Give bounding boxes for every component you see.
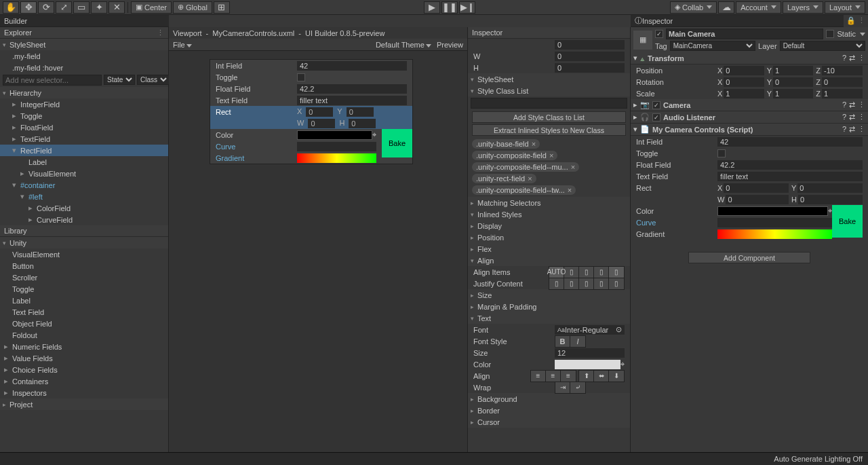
- preset-icon[interactable]: ⇄: [849, 54, 855, 62]
- tree-item[interactable]: ▸FloatField: [0, 122, 168, 133]
- class-chip[interactable]: .unity-rect-field×: [472, 174, 536, 183]
- bold-button[interactable]: B: [555, 336, 570, 347]
- scale-y[interactable]: 1: [773, 89, 813, 98]
- rot-z[interactable]: 0: [822, 77, 863, 87]
- layers-dropdown[interactable]: Layers: [783, 1, 823, 14]
- justify-end-icon[interactable]: ▯: [579, 278, 594, 289]
- inlined-section[interactable]: ▾Inlined Styles: [468, 208, 630, 220]
- styleclasslist-header[interactable]: ▾Style Class List: [468, 85, 630, 96]
- tree-item[interactable]: ▾#container: [0, 179, 168, 191]
- unity-section[interactable]: ▾Unity: [0, 237, 168, 248]
- align-section[interactable]: ▾Align: [468, 255, 630, 266]
- snap-icon[interactable]: ⊞: [214, 1, 230, 14]
- lib-group[interactable]: ▸Numeric Fields: [0, 341, 168, 352]
- italic-button[interactable]: I: [570, 336, 585, 347]
- lib-item[interactable]: Label: [0, 295, 168, 306]
- text-field-value[interactable]: filler text: [297, 96, 407, 105]
- add-component-button[interactable]: Add Component: [688, 252, 810, 263]
- align-end-icon[interactable]: ▯: [594, 267, 609, 278]
- step-button[interactable]: ▶❙: [459, 1, 475, 14]
- rect-w[interactable]: 0: [308, 119, 335, 128]
- layout-dropdown[interactable]: Layout: [825, 1, 865, 14]
- rot-x[interactable]: 0: [724, 77, 764, 87]
- state-dropdown[interactable]: State: [104, 75, 135, 85]
- audio-component[interactable]: ▸🎧✓Audio Listener?⇄⋮: [631, 111, 868, 124]
- play-button[interactable]: ▶: [424, 1, 440, 14]
- rect-y[interactable]: 0: [347, 107, 374, 117]
- rect-h[interactable]: 0: [798, 195, 863, 204]
- color-swatch[interactable]: [297, 130, 372, 140]
- layer-dropdown[interactable]: Default: [780, 41, 865, 51]
- bake-button[interactable]: Bake: [382, 129, 412, 157]
- lib-group[interactable]: ▸Choice Fields: [0, 364, 168, 375]
- rect-w[interactable]: 0: [726, 195, 789, 204]
- script-curve-swatch[interactable]: [717, 218, 832, 227]
- rect-x[interactable]: 0: [306, 107, 333, 117]
- tree-item-selected[interactable]: ▾RectField: [0, 145, 168, 156]
- object-picker-icon[interactable]: ⊙: [616, 325, 622, 334]
- menu-icon[interactable]: ⋮: [858, 54, 865, 62]
- background-section[interactable]: ▸Background: [468, 393, 630, 405]
- tree-item[interactable]: Label: [0, 156, 168, 168]
- lib-item[interactable]: Scroller: [0, 272, 168, 283]
- stylesheet-section[interactable]: ▾StyleSheet: [0, 39, 168, 50]
- rot-y[interactable]: 0: [773, 77, 813, 87]
- align-right-icon[interactable]: ≡: [561, 371, 576, 382]
- builder-tab[interactable]: Builder: [0, 15, 169, 27]
- script-gradient-swatch[interactable]: [717, 229, 832, 239]
- rotate-tool-icon[interactable]: ⟳: [38, 1, 54, 14]
- account-dropdown[interactable]: Account: [736, 1, 781, 14]
- eyedropper-icon[interactable]: ⌖: [372, 130, 376, 139]
- script-toggle[interactable]: [717, 149, 726, 157]
- file-menu[interactable]: File: [173, 41, 192, 49]
- tree-item[interactable]: ▸TextField: [0, 133, 168, 145]
- pos-z[interactable]: -10: [822, 66, 863, 75]
- tree-item[interactable]: ▸ColorField: [0, 202, 168, 214]
- scale-tool-icon[interactable]: ⤢: [56, 1, 72, 14]
- help-icon[interactable]: ?: [842, 54, 846, 62]
- align-auto[interactable]: AUTO: [549, 267, 564, 278]
- lighting-status[interactable]: Auto Generate Lighting Off: [774, 455, 863, 463]
- scale-z[interactable]: 1: [822, 89, 863, 98]
- explorer-menu-icon[interactable]: ⋮: [157, 29, 164, 37]
- static-checkbox[interactable]: [826, 30, 834, 38]
- margin-section[interactable]: ▸Margin & Padding: [468, 301, 630, 312]
- camera-enabled-checkbox[interactable]: ✓: [652, 101, 660, 109]
- script-component[interactable]: ▾📄My Camera Controls (Script)?⇄⋮: [631, 124, 868, 136]
- selector-item[interactable]: .my-field :hover: [0, 62, 168, 73]
- lib-item[interactable]: Foldout: [0, 329, 168, 341]
- display-section[interactable]: ▸Display: [468, 220, 630, 231]
- nowrap-icon[interactable]: ⇥: [555, 382, 570, 393]
- camera-component[interactable]: ▸📷✓Camera?⇄⋮: [631, 99, 868, 111]
- class-input[interactable]: [471, 98, 627, 109]
- stylesheet-header[interactable]: ▾StyleSheet: [468, 73, 630, 85]
- scale-x[interactable]: 1: [724, 89, 764, 98]
- chip-remove-icon[interactable]: ×: [549, 151, 553, 160]
- pos-x[interactable]: 0: [724, 66, 764, 75]
- custom-tool-icon[interactable]: ✕: [108, 1, 125, 14]
- align-left-icon[interactable]: ≡: [531, 371, 546, 382]
- size-field[interactable]: 12: [555, 348, 625, 358]
- position-section[interactable]: ▸Position: [468, 231, 630, 243]
- text-color-swatch[interactable]: [555, 360, 620, 369]
- align-center-icon[interactable]: ▯: [579, 267, 594, 278]
- text-section[interactable]: ▾Text: [468, 312, 630, 324]
- pivot-toggle[interactable]: ▣ Center: [131, 1, 172, 14]
- transform-component[interactable]: ▾⟁Transform?⇄⋮: [631, 52, 868, 64]
- cloud-icon[interactable]: ☁: [718, 1, 734, 14]
- class-chip[interactable]: .unity-composite-field×: [472, 151, 557, 160]
- border-section[interactable]: ▸Border: [468, 405, 630, 416]
- class-dropdown[interactable]: Class: [137, 75, 170, 85]
- font-field[interactable]: Aa Inter-Regular⊙: [555, 325, 625, 335]
- class-chip[interactable]: .unity-composite-field--tw...×: [472, 185, 576, 195]
- wrap-icon[interactable]: ⤶: [570, 382, 585, 393]
- hand-tool-icon[interactable]: ✋: [3, 1, 19, 14]
- justify-between-icon[interactable]: ▯: [594, 278, 609, 289]
- h-field[interactable]: 0: [555, 63, 625, 73]
- audio-enabled-checkbox[interactable]: ✓: [652, 113, 660, 122]
- script-int-field[interactable]: 42: [717, 137, 863, 147]
- size-section[interactable]: ▸Size: [468, 289, 630, 301]
- w-field[interactable]: 0: [555, 52, 625, 61]
- project-section[interactable]: ▸Project: [0, 398, 168, 410]
- add-selector-input[interactable]: [3, 75, 102, 86]
